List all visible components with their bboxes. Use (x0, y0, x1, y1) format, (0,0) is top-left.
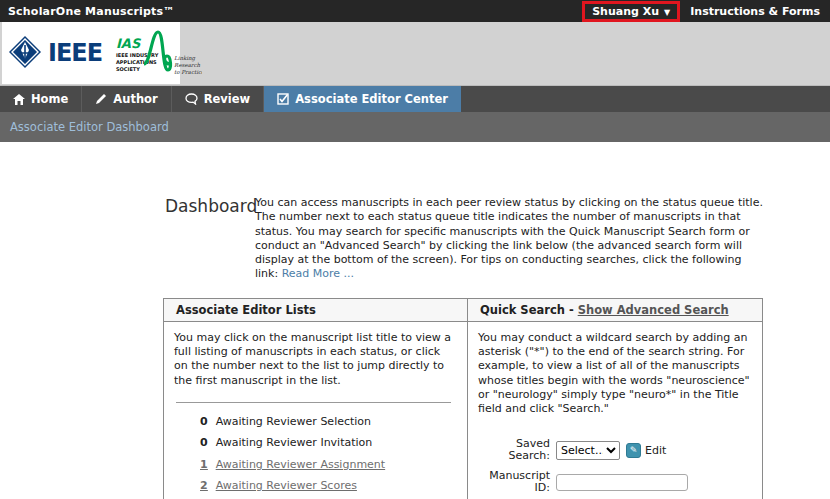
queue-awaiting-reviewer-invitation: 0Awaiting Reviewer Invitation (200, 436, 457, 449)
top-bar: ScholarOne Manuscripts™ Shuang Xu ▼ Inst… (0, 0, 830, 22)
user-menu[interactable]: Shuang Xu ▼ (582, 1, 680, 22)
pencil-icon (95, 93, 107, 105)
queue-count: 0 (200, 436, 208, 449)
manuscript-id-input[interactable] (556, 474, 688, 491)
queue-label: Awaiting Reviewer Invitation (216, 436, 373, 449)
svg-text:APPLICATIONS: APPLICATIONS (116, 59, 157, 65)
queue-label[interactable]: Awaiting Reviewer Assignment (216, 458, 386, 471)
tab-label: Author (113, 92, 157, 106)
queue-count[interactable]: 1 (200, 458, 208, 471)
user-name: Shuang Xu (592, 5, 659, 18)
breadcrumb-bar: Associate Editor Dashboard (0, 112, 830, 142)
show-advanced-search-link[interactable]: Show Advanced Search (578, 303, 729, 317)
edit-saved-search-button[interactable]: ✎ Edit (626, 443, 666, 458)
associate-editor-lists-panel: You may click on the manuscript list tit… (164, 321, 468, 499)
breadcrumb[interactable]: Associate Editor Dashboard (10, 120, 169, 134)
lists-panel-title: Associate Editor Lists (176, 303, 316, 317)
quick-search-title: Quick Search - (480, 303, 574, 317)
app-title: ScholarOne Manuscripts™ (8, 5, 175, 18)
home-icon (13, 94, 25, 105)
svg-text:to Practice: to Practice (174, 69, 202, 75)
queue-count[interactable]: 2 (200, 479, 208, 492)
quick-search-description: You may conduct a wildcard search by add… (478, 331, 752, 417)
tab-author[interactable]: Author (82, 86, 171, 112)
main-nav: Home Author Review Associate Editor Cent… (0, 86, 830, 112)
edit-label: Edit (645, 444, 666, 457)
svg-text:Research: Research (174, 62, 200, 68)
list-divider (176, 402, 451, 403)
queue-awaiting-reviewer-selection: 0Awaiting Reviewer Selection (200, 415, 457, 428)
dashboard-panels: Associate Editor Lists Quick Search - Sh… (163, 298, 763, 499)
ieee-diamond-icon (8, 35, 42, 72)
page-title: Dashboard (165, 196, 255, 282)
quick-search-form: Saved Search: Select... ✎ Edit Manuscrip… (478, 438, 752, 499)
saved-search-select[interactable]: Select... (556, 441, 620, 460)
saved-search-row: Saved Search: Select... ✎ Edit (478, 438, 752, 463)
svg-text:IAS: IAS (116, 36, 142, 51)
queue-awaiting-reviewer-scores[interactable]: 2Awaiting Reviewer Scores (200, 479, 457, 492)
read-more-link[interactable]: Read More ... (282, 267, 354, 280)
instructions-forms-link[interactable]: Instructions & Forms (690, 5, 822, 18)
manuscript-id-row: Manuscript ID: (478, 470, 752, 495)
edit-pencil-icon: ✎ (626, 443, 641, 458)
saved-search-label: Saved Search: (478, 438, 556, 463)
queue-label: Awaiting Reviewer Selection (216, 415, 371, 428)
queue-awaiting-reviewer-assignment[interactable]: 1Awaiting Reviewer Assignment (200, 458, 457, 471)
dashboard-intro: Dashboard You can access manuscripts in … (165, 196, 830, 282)
manuscript-id-label: Manuscript ID: (478, 470, 556, 495)
svg-text:Linking: Linking (174, 55, 197, 62)
ias-logo: IAS IEEE INDUSTRY APPLICATIONS SOCIETY L… (114, 26, 202, 80)
dashboard-intro-text: You can access manuscripts in each peer … (255, 196, 763, 282)
tab-review[interactable]: Review (172, 86, 265, 112)
ieee-logo-text: IEEE (48, 39, 102, 67)
tab-associate-editor-center[interactable]: Associate Editor Center (264, 86, 461, 112)
tab-label: Review (204, 92, 251, 106)
associate-editor-lists-header: Associate Editor Lists (164, 298, 468, 321)
tab-label: Home (31, 92, 68, 106)
queue-label[interactable]: Awaiting Reviewer Scores (216, 479, 357, 492)
tab-home[interactable]: Home (0, 86, 82, 112)
quick-search-header: Quick Search - Show Advanced Search (468, 298, 763, 321)
top-bar-right: Shuang Xu ▼ Instructions & Forms (582, 1, 822, 22)
queue-count: 0 (200, 415, 208, 428)
panel-body-row: You may click on the manuscript list tit… (164, 321, 763, 499)
svg-text:SOCIETY: SOCIETY (116, 66, 140, 72)
queue-list: 0Awaiting Reviewer Selection 0Awaiting R… (200, 415, 457, 499)
journal-logo: IEEE IAS IEEE INDUSTRY APPLICATIONS SOCI… (2, 22, 180, 84)
logo-bar: IEEE IAS IEEE INDUSTRY APPLICATIONS SOCI… (0, 22, 830, 86)
panel-header-row: Associate Editor Lists Quick Search - Sh… (164, 298, 763, 321)
tab-label: Associate Editor Center (295, 92, 448, 106)
lists-panel-description: You may click on the manuscript list tit… (174, 331, 457, 388)
svg-text:IEEE INDUSTRY: IEEE INDUSTRY (116, 52, 159, 58)
speech-bubble-icon (185, 93, 198, 105)
checked-box-icon (277, 93, 289, 105)
quick-search-panel: You may conduct a wildcard search by add… (468, 321, 763, 499)
chevron-down-icon: ▼ (664, 8, 670, 17)
